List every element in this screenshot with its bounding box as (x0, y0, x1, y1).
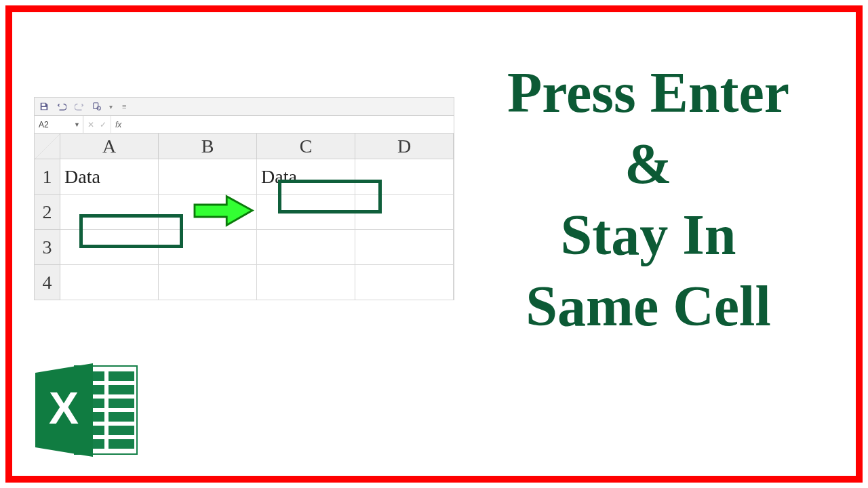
svg-rect-10 (108, 399, 134, 408)
excel-window: ▾ ≡ A2 ▼ ✕ ✓ fx A B C D 1 (34, 97, 454, 395)
cell-b3[interactable] (159, 230, 257, 265)
chevron-down-icon[interactable]: ▼ (74, 121, 80, 128)
title-line-1: Press Enter (465, 57, 831, 128)
qa-overflow-icon[interactable]: ▾ (109, 103, 113, 110)
name-box-value: A2 (39, 120, 49, 129)
row-header-1[interactable]: 1 (35, 159, 60, 195)
row-header-2[interactable]: 2 (35, 195, 60, 230)
col-header-c[interactable]: C (257, 134, 355, 159)
row-2: 2 (35, 195, 454, 230)
cell-c2[interactable] (257, 195, 355, 230)
cancel-icon[interactable]: ✕ (87, 120, 94, 129)
column-header-row: A B C D (35, 134, 454, 159)
cell-a3[interactable] (60, 230, 159, 265)
cell-b1[interactable] (159, 159, 257, 195)
cell-a2[interactable] (60, 195, 159, 230)
redo-icon[interactable] (74, 101, 85, 112)
save-icon[interactable] (39, 101, 50, 112)
row-1: 1 Data Data (35, 159, 454, 195)
formula-bar: A2 ▼ ✕ ✓ fx (34, 116, 454, 134)
cell-a1[interactable]: Data (60, 159, 159, 195)
thumbnail-title: Press Enter & Stay In Same Cell (465, 57, 831, 342)
cell-d3[interactable] (355, 230, 454, 265)
quick-access-toolbar: ▾ ≡ (34, 97, 454, 116)
fx-label[interactable]: fx (111, 116, 125, 133)
undo-icon[interactable] (56, 101, 67, 112)
name-box[interactable]: A2 ▼ (35, 116, 83, 133)
svg-rect-2 (94, 103, 98, 109)
confirm-icon[interactable]: ✓ (100, 120, 106, 129)
svg-point-3 (97, 106, 100, 110)
col-header-a[interactable]: A (60, 134, 159, 159)
cell-a4[interactable] (60, 265, 159, 300)
svg-rect-16 (108, 439, 134, 449)
select-all-corner[interactable] (35, 134, 60, 159)
title-line-3: Stay In (465, 199, 831, 270)
cell-b4[interactable] (159, 265, 257, 300)
svg-rect-0 (42, 104, 45, 106)
cell-c3[interactable] (257, 230, 355, 265)
cell-d4[interactable] (355, 265, 454, 300)
formula-input[interactable] (125, 116, 454, 133)
svg-rect-6 (108, 371, 134, 381)
svg-rect-1 (42, 107, 47, 110)
cell-c1[interactable]: Data (257, 159, 355, 195)
cell-b2[interactable] (159, 195, 257, 230)
row-4: 4 (35, 265, 454, 300)
title-line-2: & (465, 128, 831, 199)
formula-bar-buttons: ✕ ✓ (83, 116, 111, 133)
svg-rect-14 (108, 426, 134, 435)
title-line-4: Same Cell (465, 270, 831, 342)
spreadsheet-grid: A B C D 1 Data Data 2 3 (34, 134, 454, 300)
row-header-3[interactable]: 3 (35, 230, 60, 265)
touch-mode-icon[interactable] (92, 101, 102, 112)
svg-rect-8 (108, 385, 134, 394)
thumbnail-border: ▾ ≡ A2 ▼ ✕ ✓ fx A B C D 1 (5, 5, 863, 483)
svg-rect-12 (108, 412, 134, 422)
cell-c4[interactable] (257, 265, 355, 300)
excel-logo-letter: X (49, 383, 79, 433)
row-header-4[interactable]: 4 (35, 265, 60, 300)
cell-d1[interactable] (355, 159, 454, 195)
col-header-b[interactable]: B (159, 134, 257, 159)
cell-d2[interactable] (355, 195, 454, 230)
qa-more-icon[interactable]: ≡ (122, 102, 126, 110)
row-3: 3 (35, 230, 454, 265)
excel-logo-icon: X (35, 359, 144, 461)
col-header-d[interactable]: D (355, 134, 454, 159)
